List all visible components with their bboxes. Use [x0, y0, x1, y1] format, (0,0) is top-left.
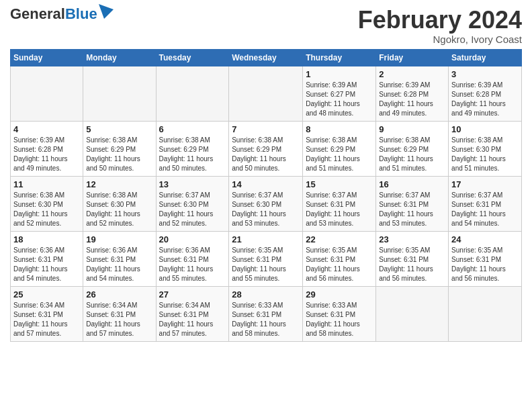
table-row: 17Sunrise: 6:37 AM Sunset: 6:31 PM Dayli… — [449, 176, 522, 231]
day-info: Sunrise: 6:37 AM Sunset: 6:30 PM Dayligh… — [159, 191, 226, 228]
table-row: 15Sunrise: 6:37 AM Sunset: 6:31 PM Dayli… — [303, 176, 376, 231]
day-info: Sunrise: 6:39 AM Sunset: 6:28 PM Dayligh… — [13, 136, 80, 173]
day-number: 11 — [13, 179, 80, 189]
day-info: Sunrise: 6:34 AM Sunset: 6:31 PM Dayligh… — [159, 301, 226, 338]
day-number: 26 — [86, 289, 152, 300]
day-info: Sunrise: 6:35 AM Sunset: 6:31 PM Dayligh… — [306, 246, 373, 283]
table-row: 7Sunrise: 6:38 AM Sunset: 6:29 PM Daylig… — [229, 121, 303, 176]
day-info: Sunrise: 6:34 AM Sunset: 6:31 PM Dayligh… — [86, 301, 152, 338]
day-info: Sunrise: 6:36 AM Sunset: 6:31 PM Dayligh… — [159, 246, 226, 283]
day-info: Sunrise: 6:33 AM Sunset: 6:31 PM Dayligh… — [232, 301, 300, 338]
day-number: 19 — [86, 234, 152, 244]
day-info: Sunrise: 6:37 AM Sunset: 6:31 PM Dayligh… — [306, 191, 373, 228]
table-row: 29Sunrise: 6:33 AM Sunset: 6:31 PM Dayli… — [303, 286, 376, 341]
day-number: 25 — [13, 289, 80, 300]
title-area: February 2024 Ngokro, Ivory Coast — [358, 7, 522, 45]
table-row: 28Sunrise: 6:33 AM Sunset: 6:31 PM Dayli… — [229, 286, 303, 341]
day-info: Sunrise: 6:35 AM Sunset: 6:31 PM Dayligh… — [379, 246, 445, 283]
day-info: Sunrise: 6:37 AM Sunset: 6:30 PM Dayligh… — [232, 191, 300, 228]
day-info: Sunrise: 6:39 AM Sunset: 6:27 PM Dayligh… — [306, 81, 373, 118]
day-number: 5 — [86, 124, 152, 134]
table-row — [376, 286, 449, 341]
day-info: Sunrise: 6:38 AM Sunset: 6:29 PM Dayligh… — [306, 136, 373, 173]
col-monday: Monday — [83, 49, 156, 66]
day-number: 7 — [232, 124, 300, 134]
day-number: 18 — [13, 234, 80, 244]
table-row: 5Sunrise: 6:38 AM Sunset: 6:29 PM Daylig… — [83, 121, 156, 176]
table-row: 12Sunrise: 6:38 AM Sunset: 6:30 PM Dayli… — [83, 176, 156, 231]
header: GeneralBlue February 2024 Ngokro, Ivory … — [10, 7, 522, 45]
day-info: Sunrise: 6:38 AM Sunset: 6:29 PM Dayligh… — [232, 136, 300, 173]
day-number: 14 — [232, 179, 300, 189]
col-saturday: Saturday — [449, 49, 522, 66]
day-number: 2 — [379, 69, 445, 79]
day-info: Sunrise: 6:37 AM Sunset: 6:31 PM Dayligh… — [451, 191, 519, 228]
subtitle: Ngokro, Ivory Coast — [358, 34, 522, 45]
table-row: 26Sunrise: 6:34 AM Sunset: 6:31 PM Dayli… — [83, 286, 156, 341]
calendar-week-row: 18Sunrise: 6:36 AM Sunset: 6:31 PM Dayli… — [11, 231, 522, 286]
table-row — [156, 66, 229, 121]
day-info: Sunrise: 6:38 AM Sunset: 6:29 PM Dayligh… — [86, 136, 152, 173]
table-row: 6Sunrise: 6:38 AM Sunset: 6:29 PM Daylig… — [156, 121, 229, 176]
logo: GeneralBlue — [10, 7, 114, 21]
day-info: Sunrise: 6:36 AM Sunset: 6:31 PM Dayligh… — [86, 246, 152, 283]
table-row: 4Sunrise: 6:39 AM Sunset: 6:28 PM Daylig… — [11, 121, 83, 176]
table-row: 13Sunrise: 6:37 AM Sunset: 6:30 PM Dayli… — [156, 176, 229, 231]
day-info: Sunrise: 6:39 AM Sunset: 6:28 PM Dayligh… — [379, 81, 445, 118]
day-number: 20 — [159, 234, 226, 244]
table-row — [11, 66, 83, 121]
day-info: Sunrise: 6:34 AM Sunset: 6:31 PM Dayligh… — [13, 301, 80, 338]
day-info: Sunrise: 6:38 AM Sunset: 6:30 PM Dayligh… — [451, 136, 519, 173]
day-info: Sunrise: 6:38 AM Sunset: 6:29 PM Dayligh… — [379, 136, 445, 173]
calendar-header-row: Sunday Monday Tuesday Wednesday Thursday… — [11, 49, 522, 66]
table-row: 9Sunrise: 6:38 AM Sunset: 6:29 PM Daylig… — [376, 121, 449, 176]
col-friday: Friday — [376, 49, 449, 66]
table-row: 2Sunrise: 6:39 AM Sunset: 6:28 PM Daylig… — [376, 66, 449, 121]
day-number: 13 — [159, 179, 226, 189]
day-number: 6 — [159, 124, 226, 134]
table-row: 21Sunrise: 6:35 AM Sunset: 6:31 PM Dayli… — [229, 231, 303, 286]
day-number: 29 — [306, 289, 373, 300]
table-row: 3Sunrise: 6:39 AM Sunset: 6:28 PM Daylig… — [449, 66, 522, 121]
table-row: 27Sunrise: 6:34 AM Sunset: 6:31 PM Dayli… — [156, 286, 229, 341]
day-number: 12 — [86, 179, 152, 189]
day-number: 4 — [13, 124, 80, 134]
day-info: Sunrise: 6:39 AM Sunset: 6:28 PM Dayligh… — [451, 81, 519, 118]
day-number: 22 — [306, 234, 373, 244]
table-row — [83, 66, 156, 121]
calendar-week-row: 11Sunrise: 6:38 AM Sunset: 6:30 PM Dayli… — [11, 176, 522, 231]
table-row: 14Sunrise: 6:37 AM Sunset: 6:30 PM Dayli… — [229, 176, 303, 231]
day-number: 28 — [232, 289, 300, 300]
table-row: 16Sunrise: 6:37 AM Sunset: 6:31 PM Dayli… — [376, 176, 449, 231]
table-row: 22Sunrise: 6:35 AM Sunset: 6:31 PM Dayli… — [303, 231, 376, 286]
day-info: Sunrise: 6:38 AM Sunset: 6:30 PM Dayligh… — [86, 191, 152, 228]
logo-arrow-icon — [99, 4, 114, 19]
table-row: 24Sunrise: 6:35 AM Sunset: 6:31 PM Dayli… — [449, 231, 522, 286]
col-sunday: Sunday — [11, 49, 83, 66]
table-row: 19Sunrise: 6:36 AM Sunset: 6:31 PM Dayli… — [83, 231, 156, 286]
table-row: 10Sunrise: 6:38 AM Sunset: 6:30 PM Dayli… — [449, 121, 522, 176]
day-info: Sunrise: 6:37 AM Sunset: 6:31 PM Dayligh… — [379, 191, 445, 228]
day-number: 16 — [379, 179, 445, 189]
table-row — [229, 66, 303, 121]
svg-marker-0 — [99, 4, 114, 19]
table-row: 18Sunrise: 6:36 AM Sunset: 6:31 PM Dayli… — [11, 231, 83, 286]
table-row: 25Sunrise: 6:34 AM Sunset: 6:31 PM Dayli… — [11, 286, 83, 341]
day-info: Sunrise: 6:36 AM Sunset: 6:31 PM Dayligh… — [13, 246, 80, 283]
table-row — [449, 286, 522, 341]
calendar-week-row: 25Sunrise: 6:34 AM Sunset: 6:31 PM Dayli… — [11, 286, 522, 341]
day-number: 10 — [451, 124, 519, 134]
calendar-week-row: 1Sunrise: 6:39 AM Sunset: 6:27 PM Daylig… — [11, 66, 522, 121]
table-row: 11Sunrise: 6:38 AM Sunset: 6:30 PM Dayli… — [11, 176, 83, 231]
calendar-table: Sunday Monday Tuesday Wednesday Thursday… — [10, 49, 522, 342]
day-info: Sunrise: 6:38 AM Sunset: 6:30 PM Dayligh… — [13, 191, 80, 228]
day-info: Sunrise: 6:33 AM Sunset: 6:31 PM Dayligh… — [306, 301, 373, 338]
day-number: 8 — [306, 124, 373, 134]
logo-text: GeneralBlue — [10, 7, 97, 21]
col-thursday: Thursday — [303, 49, 376, 66]
day-info: Sunrise: 6:38 AM Sunset: 6:29 PM Dayligh… — [159, 136, 226, 173]
main-title: February 2024 — [358, 7, 522, 34]
table-row: 20Sunrise: 6:36 AM Sunset: 6:31 PM Dayli… — [156, 231, 229, 286]
day-number: 27 — [159, 289, 226, 300]
day-info: Sunrise: 6:35 AM Sunset: 6:31 PM Dayligh… — [451, 246, 519, 283]
